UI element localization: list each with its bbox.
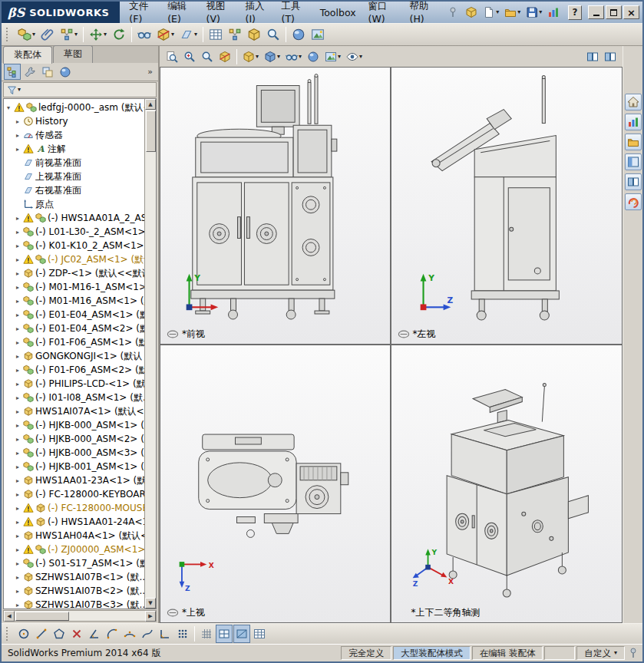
tree-item[interactable]: ▾ledfgj-0000-_asm (默认< [4,101,144,114]
tree-item[interactable]: ▸(-) E01-E04_ASM<1> (默认 [4,308,144,322]
sketch-table-button[interactable] [251,625,268,643]
appearances-scenes-button[interactable] [625,193,642,210]
filter-button[interactable]: ▾ [5,84,23,97]
tree-item[interactable]: ▸(-) HWS1AA01-24A<1> [4,515,144,529]
tree-item[interactable]: ▸(-) ZJ00000_ASM<1> (默... [4,543,144,556]
save-document-button[interactable]: ▾ [523,3,544,21]
tree-item[interactable]: ▸History [4,114,144,128]
open-document-button[interactable]: ▾ [502,3,523,21]
tree-item[interactable]: ▸(-) E01-E04_ASM<2> (默认 [4,322,144,335]
tree-item[interactable]: ▸(-) F01-F06_ASM<1> (默认 [4,335,144,349]
tree-item[interactable]: ▸(-) F01-F06_ASM<2> (默认 [4,363,144,377]
measure-button[interactable] [264,25,282,44]
tree-item[interactable]: 前视基准面 [4,156,144,170]
tree-expander-icon[interactable]: ▸ [14,574,21,581]
viewport-isometric[interactable]: Y X Z *上下二等角轴测 [391,345,623,623]
file-explorer-button[interactable] [625,153,642,170]
tree-expander-icon[interactable]: ▸ [14,229,21,236]
tree-item[interactable]: ▸SZHWS1AI07B<3> (默... [4,598,144,609]
tree-expander-icon[interactable]: ▸ [14,325,21,332]
tree-item[interactable]: ▸(-) FC-128000-KEYBOARD- [4,487,144,501]
tree-item[interactable]: 原点 [4,197,144,211]
commandmanager-tab[interactable]: 装配体 [3,46,52,64]
tree-item[interactable]: ▸(-) S01-S17_ASM<1> (默... [4,556,144,570]
sketch-line-button[interactable] [33,625,50,643]
previous-view-button[interactable] [199,48,216,66]
reference-geometry-button[interactable]: ▾ [177,25,200,44]
tree-expander-icon[interactable]: ▸ [14,394,21,401]
tree-expander-icon[interactable]: ▸ [14,312,21,318]
assembly-features-button[interactable]: ▾ [154,25,177,44]
tree-expander-icon[interactable]: ▸ [14,560,21,567]
tree-item[interactable]: ▸(-) L01-L30-_2_ASM<1> (默 [4,225,144,239]
tree-item[interactable]: ▸传感器 [4,128,144,142]
panel-overflow-button[interactable]: » [144,67,156,77]
tree-expander-icon[interactable]: ▸ [14,215,21,222]
design-library-button[interactable] [625,134,642,150]
commandmanager-tab[interactable]: 草图 [53,45,93,63]
displaymanager-tab-button[interactable] [57,64,74,80]
rotate-component-button[interactable] [110,25,128,44]
tree-expander-icon[interactable]: ▸ [14,505,21,512]
tree-expander-icon[interactable]: ▸ [14,132,21,139]
tree-item[interactable]: ▸(-) JC02_ASM<1> (默认< [4,252,144,266]
featuremanager-tab-button[interactable] [4,64,21,80]
view-settings-button[interactable] [463,3,480,21]
menu-item[interactable]: 帮助(H) [404,2,444,23]
tree-expander-icon[interactable]: ▸ [14,146,21,153]
exploded-view-button[interactable] [226,25,244,44]
insert-component-button[interactable]: ▾ [15,25,38,44]
tree-vertical-scrollbar[interactable]: ▲ ▼ [144,99,156,609]
solidworks-resources-button[interactable] [625,114,642,130]
tree-expander-icon[interactable]: ▸ [14,284,21,291]
tree-item[interactable]: ▸(-) M01-M16-1_ASM<1> (默认 [4,280,144,294]
tree-item[interactable]: 上视基准面 [4,170,144,183]
tree-expander-icon[interactable]: ▸ [14,546,21,553]
rebuild-button[interactable] [545,3,562,21]
tree-item[interactable]: ▸(-) HJKB-001_ASM<1> (默认 [4,460,144,473]
tree-item[interactable]: ▸(-) M01-M16_ASM<1> (默认 [4,294,144,308]
tree-item[interactable]: ▸(-) ZDP-<1> (默认<<默认 [4,266,144,280]
sketch-3point-arc-button[interactable] [121,625,138,643]
tree-expander-icon[interactable]: ▸ [14,588,21,595]
configurationmanager-tab-button[interactable] [39,64,56,80]
mate-button[interactable] [38,25,57,44]
display-style-button[interactable]: ▾ [262,48,282,66]
interference-detection-button[interactable] [245,25,263,44]
tree-item[interactable]: ▸GONGKONGJI<1> (默认 [4,349,144,363]
tree-item[interactable]: ▸注解 [4,142,144,156]
tree-expander-icon[interactable]: ▸ [14,422,21,429]
tree-expander-icon[interactable]: ▸ [14,463,21,470]
view-settings-button[interactable]: ▾ [344,48,365,66]
sketch-angle-button[interactable] [86,625,103,643]
tree-expander-icon[interactable]: ▸ [14,298,21,305]
view-orientation-button[interactable]: ▾ [240,48,261,66]
tree-expander-icon[interactable]: ▸ [14,256,21,263]
move-component-button[interactable]: ▾ [87,25,109,44]
menu-item[interactable]: 视图(V) [200,2,239,23]
help-button[interactable]: ? [568,5,582,20]
tree-horizontal-scrollbar[interactable]: ◀ ▶ [3,610,157,622]
tree-item[interactable]: ▸(-) I01-I08_ASM<1> (默... [4,391,144,404]
viewport-left[interactable]: Y Z *左视 [391,68,623,345]
menu-item[interactable]: 窗口(W) [362,2,404,23]
tree-expander-icon[interactable]: ▸ [14,242,21,249]
zoom-to-area-button[interactable] [181,48,198,66]
menu-pin-icon[interactable] [447,6,459,18]
sketch-polygon-button[interactable] [51,625,68,643]
sketch-arc-button[interactable] [104,625,121,643]
quick-tips-icon[interactable] [626,647,640,659]
menu-item[interactable]: 插入(I) [239,2,276,23]
tree-expander-icon[interactable]: ▸ [14,381,21,388]
tree-item[interactable]: ▸(-) HJKB-000_ASM<1> (默 [4,418,144,432]
show-hidden-components-button[interactable] [135,25,154,44]
section-view-button[interactable] [216,48,233,66]
tree-item[interactable]: ▸HWS1AA01-23A<1> (默 [4,473,144,487]
minimize-button[interactable] [588,5,604,19]
tree-expander-icon[interactable]: ▸ [14,477,21,484]
viewport-front[interactable]: Y *前视 [160,68,391,345]
bill-of-materials-button[interactable] [206,25,225,44]
scroll-thumb-horizontal[interactable] [15,612,69,621]
menu-item[interactable]: 文件(F) [123,2,161,23]
sketch-pattern-button[interactable] [174,625,191,643]
